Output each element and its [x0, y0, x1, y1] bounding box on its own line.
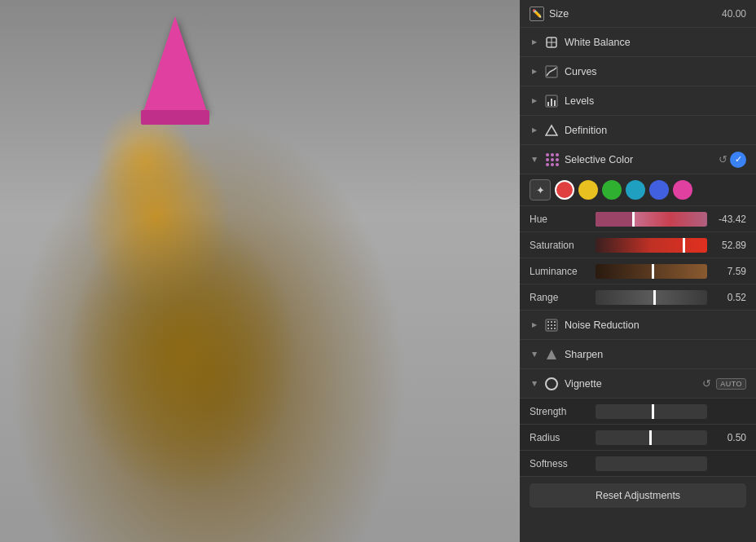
softness-label: Softness: [530, 458, 591, 469]
strength-label: Strength: [530, 406, 591, 417]
luminance-row: Luminance 7.59: [520, 258, 756, 284]
definition-row[interactable]: ▶ Definition: [520, 116, 756, 145]
saturation-label: Saturation: [530, 240, 591, 251]
luminance-slider[interactable]: [596, 264, 707, 279]
white-balance-row[interactable]: ▶ White Balance: [520, 28, 756, 57]
sc-action-icons: ↺ ✓: [719, 152, 746, 168]
svg-rect-14: [551, 324, 552, 326]
vignette-label: Vignette: [565, 378, 702, 390]
radius-row: Radius 0.50: [520, 425, 756, 451]
sharpen-label: Sharpen: [565, 349, 746, 360]
levels-arrow: ▶: [530, 96, 539, 106]
wb-arrow: ▶: [530, 37, 539, 47]
swatch-yellow[interactable]: [578, 180, 598, 200]
size-row[interactable]: ✏️ Size 40.00: [520, 0, 756, 28]
sharpen-icon: [544, 347, 559, 362]
color-swatches-row: ✦: [520, 174, 756, 206]
vignette-arrow: ▶: [530, 379, 539, 389]
radius-value: 0.50: [712, 432, 746, 443]
swatch-red[interactable]: [555, 180, 574, 200]
svg-rect-10: [547, 321, 549, 323]
reset-adjustments-button[interactable]: Reset Adjustments: [530, 483, 746, 508]
pencil-icon: ✏️: [530, 7, 544, 21]
levels-row[interactable]: ▶ Levels: [520, 86, 756, 116]
sharpen-row[interactable]: ▶ Sharpen: [520, 340, 756, 369]
vignette-header[interactable]: ▶ Vignette ↺ AUTO: [520, 369, 756, 399]
svg-marker-19: [547, 350, 556, 359]
definition-arrow: ▶: [530, 126, 539, 135]
selective-color-label: Selective Color: [565, 154, 719, 165]
photo-panel: [0, 0, 520, 542]
hue-row: Hue -43.42: [520, 206, 756, 232]
curves-arrow: ▶: [530, 67, 539, 77]
svg-rect-5: [547, 102, 549, 106]
noise-reduction-label: Noise Reduction: [565, 319, 746, 331]
softness-row: Softness: [520, 451, 756, 477]
curves-icon: [544, 64, 559, 79]
adjustments-panel: ✏️ Size 40.00 ▶ White Balance ▶ Curves ▶…: [520, 0, 756, 542]
sharpen-arrow: ▶: [530, 350, 539, 359]
svg-rect-13: [547, 324, 549, 326]
strength-row: Strength: [520, 399, 756, 425]
svg-rect-11: [551, 321, 552, 323]
party-hat: [143, 16, 208, 122]
white-balance-label: White Balance: [565, 37, 746, 48]
wb-icon: [544, 35, 559, 50]
noise-reduction-row[interactable]: ▶ Noise Reduction: [520, 311, 756, 340]
eyedropper-button[interactable]: ✦: [530, 179, 551, 200]
noise-arrow: ▶: [530, 320, 539, 330]
svg-rect-12: [554, 321, 556, 323]
dog-photo: [0, 0, 520, 542]
auto-badge[interactable]: AUTO: [716, 378, 746, 390]
swatch-magenta[interactable]: [673, 180, 692, 200]
svg-rect-16: [547, 328, 549, 329]
curves-row[interactable]: ▶ Curves: [520, 57, 756, 86]
range-value: 0.52: [712, 292, 746, 303]
svg-marker-8: [546, 126, 557, 135]
radius-slider[interactable]: [596, 430, 707, 445]
definition-label: Definition: [565, 125, 746, 136]
sc-reset-icon[interactable]: ↺: [719, 153, 727, 165]
hue-label: Hue: [530, 214, 591, 225]
hue-slider[interactable]: [596, 212, 707, 227]
saturation-slider[interactable]: [596, 238, 707, 253]
sc-check-icon[interactable]: ✓: [730, 152, 746, 168]
saturation-row: Saturation 52.89: [520, 232, 756, 258]
svg-rect-6: [551, 99, 552, 106]
saturation-value: 52.89: [712, 240, 746, 251]
radius-label: Radius: [530, 432, 591, 443]
svg-rect-18: [554, 328, 556, 329]
hue-value: -43.42: [712, 214, 746, 225]
curves-label: Curves: [565, 66, 746, 77]
definition-icon: [544, 123, 559, 138]
sc-dots-icon: [544, 152, 559, 167]
swatch-cyan[interactable]: [626, 180, 645, 200]
svg-rect-17: [551, 328, 552, 329]
luminance-value: 7.59: [712, 266, 746, 277]
range-row: Range 0.52: [520, 284, 756, 311]
sc-arrow: ▶: [530, 155, 539, 165]
size-value: 40.00: [722, 8, 746, 20]
range-slider[interactable]: [596, 290, 707, 305]
vignette-reset-icon[interactable]: ↺: [702, 377, 711, 390]
size-label: Size: [549, 8, 715, 20]
noise-icon: [544, 318, 559, 333]
levels-icon: [544, 94, 559, 108]
strength-slider[interactable]: [596, 404, 707, 419]
swatch-blue[interactable]: [649, 180, 669, 200]
range-label: Range: [530, 292, 591, 303]
svg-rect-7: [554, 100, 556, 106]
levels-label: Levels: [565, 95, 746, 107]
selective-color-header[interactable]: ▶ Selective Color ↺ ✓: [520, 145, 756, 174]
svg-rect-15: [554, 324, 556, 326]
softness-slider[interactable]: [596, 456, 707, 471]
vignette-icon: [544, 377, 559, 391]
luminance-label: Luminance: [530, 266, 591, 277]
swatch-green[interactable]: [602, 180, 622, 200]
